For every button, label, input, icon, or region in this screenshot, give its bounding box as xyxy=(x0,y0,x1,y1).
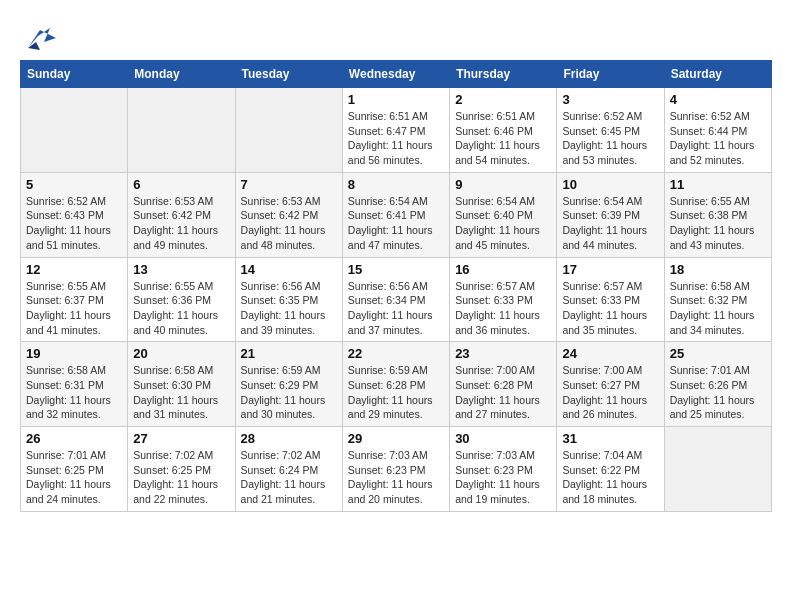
day-info: Sunrise: 6:56 AM Sunset: 6:34 PM Dayligh… xyxy=(348,279,444,338)
day-info: Sunrise: 6:58 AM Sunset: 6:31 PM Dayligh… xyxy=(26,363,122,422)
day-info: Sunrise: 6:57 AM Sunset: 6:33 PM Dayligh… xyxy=(562,279,658,338)
day-number: 6 xyxy=(133,177,229,192)
day-info: Sunrise: 7:02 AM Sunset: 6:24 PM Dayligh… xyxy=(241,448,337,507)
day-number: 10 xyxy=(562,177,658,192)
day-number: 14 xyxy=(241,262,337,277)
day-number: 31 xyxy=(562,431,658,446)
calendar-cell: 22Sunrise: 6:59 AM Sunset: 6:28 PM Dayli… xyxy=(342,342,449,427)
calendar-cell: 30Sunrise: 7:03 AM Sunset: 6:23 PM Dayli… xyxy=(450,427,557,512)
day-info: Sunrise: 6:58 AM Sunset: 6:30 PM Dayligh… xyxy=(133,363,229,422)
day-info: Sunrise: 7:02 AM Sunset: 6:25 PM Dayligh… xyxy=(133,448,229,507)
day-info: Sunrise: 6:54 AM Sunset: 6:39 PM Dayligh… xyxy=(562,194,658,253)
calendar-week-2: 5Sunrise: 6:52 AM Sunset: 6:43 PM Daylig… xyxy=(21,172,772,257)
calendar-cell: 6Sunrise: 6:53 AM Sunset: 6:42 PM Daylig… xyxy=(128,172,235,257)
dow-header-tuesday: Tuesday xyxy=(235,61,342,88)
day-number: 8 xyxy=(348,177,444,192)
calendar-cell: 18Sunrise: 6:58 AM Sunset: 6:32 PM Dayli… xyxy=(664,257,771,342)
day-number: 7 xyxy=(241,177,337,192)
header xyxy=(20,20,772,50)
day-number: 29 xyxy=(348,431,444,446)
calendar-cell: 9Sunrise: 6:54 AM Sunset: 6:40 PM Daylig… xyxy=(450,172,557,257)
calendar-cell xyxy=(128,88,235,173)
calendar-cell: 4Sunrise: 6:52 AM Sunset: 6:44 PM Daylig… xyxy=(664,88,771,173)
day-number: 15 xyxy=(348,262,444,277)
day-number: 24 xyxy=(562,346,658,361)
day-info: Sunrise: 6:55 AM Sunset: 6:36 PM Dayligh… xyxy=(133,279,229,338)
calendar-cell: 10Sunrise: 6:54 AM Sunset: 6:39 PM Dayli… xyxy=(557,172,664,257)
calendar-cell: 31Sunrise: 7:04 AM Sunset: 6:22 PM Dayli… xyxy=(557,427,664,512)
day-info: Sunrise: 6:55 AM Sunset: 6:37 PM Dayligh… xyxy=(26,279,122,338)
day-number: 19 xyxy=(26,346,122,361)
calendar-cell: 11Sunrise: 6:55 AM Sunset: 6:38 PM Dayli… xyxy=(664,172,771,257)
day-info: Sunrise: 6:54 AM Sunset: 6:41 PM Dayligh… xyxy=(348,194,444,253)
day-number: 16 xyxy=(455,262,551,277)
day-number: 5 xyxy=(26,177,122,192)
day-info: Sunrise: 6:53 AM Sunset: 6:42 PM Dayligh… xyxy=(133,194,229,253)
calendar-cell xyxy=(21,88,128,173)
calendar-week-1: 1Sunrise: 6:51 AM Sunset: 6:47 PM Daylig… xyxy=(21,88,772,173)
day-info: Sunrise: 6:52 AM Sunset: 6:45 PM Dayligh… xyxy=(562,109,658,168)
calendar-cell: 15Sunrise: 6:56 AM Sunset: 6:34 PM Dayli… xyxy=(342,257,449,342)
day-number: 23 xyxy=(455,346,551,361)
day-number: 1 xyxy=(348,92,444,107)
calendar-cell xyxy=(235,88,342,173)
day-number: 12 xyxy=(26,262,122,277)
calendar-week-3: 12Sunrise: 6:55 AM Sunset: 6:37 PM Dayli… xyxy=(21,257,772,342)
calendar-cell: 3Sunrise: 6:52 AM Sunset: 6:45 PM Daylig… xyxy=(557,88,664,173)
calendar-cell: 5Sunrise: 6:52 AM Sunset: 6:43 PM Daylig… xyxy=(21,172,128,257)
day-number: 18 xyxy=(670,262,766,277)
calendar-cell: 19Sunrise: 6:58 AM Sunset: 6:31 PM Dayli… xyxy=(21,342,128,427)
day-info: Sunrise: 6:52 AM Sunset: 6:43 PM Dayligh… xyxy=(26,194,122,253)
day-info: Sunrise: 6:52 AM Sunset: 6:44 PM Dayligh… xyxy=(670,109,766,168)
day-info: Sunrise: 7:04 AM Sunset: 6:22 PM Dayligh… xyxy=(562,448,658,507)
calendar-cell: 23Sunrise: 7:00 AM Sunset: 6:28 PM Dayli… xyxy=(450,342,557,427)
day-number: 4 xyxy=(670,92,766,107)
day-number: 3 xyxy=(562,92,658,107)
day-info: Sunrise: 6:58 AM Sunset: 6:32 PM Dayligh… xyxy=(670,279,766,338)
day-number: 26 xyxy=(26,431,122,446)
day-info: Sunrise: 7:01 AM Sunset: 6:25 PM Dayligh… xyxy=(26,448,122,507)
day-info: Sunrise: 6:53 AM Sunset: 6:42 PM Dayligh… xyxy=(241,194,337,253)
days-of-week-row: SundayMondayTuesdayWednesdayThursdayFrid… xyxy=(21,61,772,88)
day-number: 28 xyxy=(241,431,337,446)
logo-icon xyxy=(20,20,60,50)
dow-header-monday: Monday xyxy=(128,61,235,88)
calendar-week-4: 19Sunrise: 6:58 AM Sunset: 6:31 PM Dayli… xyxy=(21,342,772,427)
calendar-cell: 8Sunrise: 6:54 AM Sunset: 6:41 PM Daylig… xyxy=(342,172,449,257)
calendar-cell: 24Sunrise: 7:00 AM Sunset: 6:27 PM Dayli… xyxy=(557,342,664,427)
day-number: 2 xyxy=(455,92,551,107)
calendar-cell: 14Sunrise: 6:56 AM Sunset: 6:35 PM Dayli… xyxy=(235,257,342,342)
calendar-cell: 25Sunrise: 7:01 AM Sunset: 6:26 PM Dayli… xyxy=(664,342,771,427)
day-number: 11 xyxy=(670,177,766,192)
calendar-cell: 20Sunrise: 6:58 AM Sunset: 6:30 PM Dayli… xyxy=(128,342,235,427)
day-info: Sunrise: 7:03 AM Sunset: 6:23 PM Dayligh… xyxy=(455,448,551,507)
calendar-body: 1Sunrise: 6:51 AM Sunset: 6:47 PM Daylig… xyxy=(21,88,772,512)
day-number: 20 xyxy=(133,346,229,361)
calendar-cell: 2Sunrise: 6:51 AM Sunset: 6:46 PM Daylig… xyxy=(450,88,557,173)
day-info: Sunrise: 6:56 AM Sunset: 6:35 PM Dayligh… xyxy=(241,279,337,338)
day-number: 27 xyxy=(133,431,229,446)
calendar-cell: 7Sunrise: 6:53 AM Sunset: 6:42 PM Daylig… xyxy=(235,172,342,257)
calendar-cell: 1Sunrise: 6:51 AM Sunset: 6:47 PM Daylig… xyxy=(342,88,449,173)
day-info: Sunrise: 7:03 AM Sunset: 6:23 PM Dayligh… xyxy=(348,448,444,507)
svg-marker-1 xyxy=(28,42,40,50)
day-info: Sunrise: 7:00 AM Sunset: 6:28 PM Dayligh… xyxy=(455,363,551,422)
day-number: 22 xyxy=(348,346,444,361)
calendar-cell: 13Sunrise: 6:55 AM Sunset: 6:36 PM Dayli… xyxy=(128,257,235,342)
day-number: 9 xyxy=(455,177,551,192)
day-info: Sunrise: 6:59 AM Sunset: 6:29 PM Dayligh… xyxy=(241,363,337,422)
calendar-cell: 12Sunrise: 6:55 AM Sunset: 6:37 PM Dayli… xyxy=(21,257,128,342)
day-info: Sunrise: 6:54 AM Sunset: 6:40 PM Dayligh… xyxy=(455,194,551,253)
calendar-cell: 29Sunrise: 7:03 AM Sunset: 6:23 PM Dayli… xyxy=(342,427,449,512)
dow-header-friday: Friday xyxy=(557,61,664,88)
day-number: 25 xyxy=(670,346,766,361)
calendar-cell: 28Sunrise: 7:02 AM Sunset: 6:24 PM Dayli… xyxy=(235,427,342,512)
calendar-cell xyxy=(664,427,771,512)
calendar-cell: 27Sunrise: 7:02 AM Sunset: 6:25 PM Dayli… xyxy=(128,427,235,512)
dow-header-saturday: Saturday xyxy=(664,61,771,88)
day-number: 17 xyxy=(562,262,658,277)
dow-header-sunday: Sunday xyxy=(21,61,128,88)
day-info: Sunrise: 7:00 AM Sunset: 6:27 PM Dayligh… xyxy=(562,363,658,422)
day-info: Sunrise: 6:51 AM Sunset: 6:47 PM Dayligh… xyxy=(348,109,444,168)
day-info: Sunrise: 6:57 AM Sunset: 6:33 PM Dayligh… xyxy=(455,279,551,338)
